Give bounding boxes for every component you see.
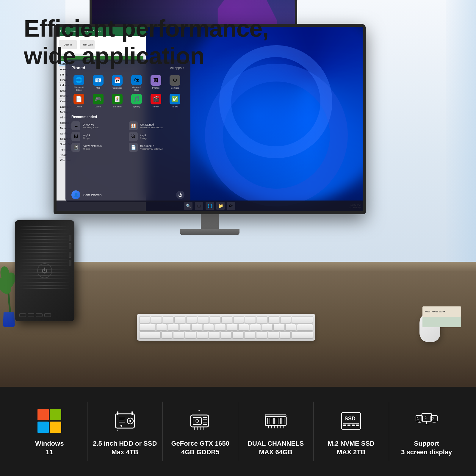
svg-rect-28 [282, 418, 284, 424]
rec-getstarted[interactable]: 🪟 Get Started Welcome to Windows [129, 121, 184, 130]
key [210, 316, 220, 323]
app-store[interactable]: 🛍 Microsoft Store [129, 75, 144, 91]
gpu-icon: + [185, 406, 215, 436]
spec-hdd: + 2.5 inch HDD or SSDMax 4TB [87, 406, 163, 456]
svg-rect-40 [347, 425, 350, 426]
key-enter [297, 324, 313, 331]
taskbar-start[interactable]: ⊞ [195, 202, 203, 210]
key [215, 324, 226, 331]
spec-ssd-label: M.2 NVME SSDMAX 2TB [328, 439, 375, 456]
svg-rect-27 [278, 418, 281, 424]
rec-onedrive[interactable]: ☁ OneDrive Recently added [71, 121, 127, 130]
pc-logo-ring: ⏻ [37, 263, 52, 278]
app-xbox[interactable]: 🎮 Xbox [91, 94, 106, 110]
app-todo[interactable]: ✅ To Do [167, 94, 182, 110]
specs-bar: Windows11 + 2.5 inch [0, 387, 476, 476]
app-office[interactable]: 📄 Office [71, 94, 86, 110]
key [191, 324, 202, 331]
key [250, 324, 261, 331]
svg-point-3 [129, 420, 131, 422]
key [221, 316, 232, 323]
monitor-stand-neck [201, 214, 219, 229]
ssd-icon: SSD [336, 406, 366, 436]
taskbar-store[interactable]: 🛍 [227, 202, 235, 210]
gpu-svg: + [188, 409, 212, 433]
ram-icon [261, 406, 291, 436]
svg-rect-9 [131, 411, 133, 415]
win-quad-blue [37, 422, 49, 433]
pc-usb-4 [44, 313, 51, 317]
book-1-title: HOW THINGS WORK [425, 311, 446, 313]
key [168, 324, 178, 331]
key [173, 331, 184, 338]
recommended-section: Recommended ☁ OneDrive Recently added [71, 115, 184, 152]
ram-svg [264, 409, 288, 433]
key-backspace [292, 316, 313, 323]
books: HOW THINGS WORK [422, 306, 461, 327]
rec-notebook[interactable]: 📓 Sam's Notebook 4h ago [71, 143, 127, 152]
rec-img8[interactable]: 🖼 img8 7h ago [129, 132, 184, 141]
key [197, 331, 208, 338]
svg-rect-12 [193, 417, 201, 425]
app-settings[interactable]: ⚙ Settings [167, 75, 182, 91]
key [139, 316, 150, 323]
key [209, 331, 220, 338]
key-tab [139, 324, 155, 331]
pc-port-1 [69, 235, 71, 241]
svg-text:+: + [117, 429, 118, 432]
key [163, 316, 173, 323]
app-spotify[interactable]: 🎵 Spotify [129, 94, 144, 110]
svg-text:SSD: SSD [345, 416, 356, 422]
key [285, 324, 296, 331]
apps-grid: 🌐 Microsoft Edge 📧 Mail 📅 Calendar [71, 75, 184, 110]
key-row-3 [139, 331, 313, 338]
taskbar-edge[interactable]: 🌐 [206, 202, 214, 210]
rec-img19[interactable]: 🖼 img19 7h ago [71, 132, 127, 141]
pc-port-4 [69, 260, 71, 266]
key [238, 324, 249, 331]
hdd-icon: + [110, 406, 140, 436]
app-mail[interactable]: 📧 Mail [91, 75, 106, 91]
rec-items: ☁ OneDrive Recently added 🪟 Ge [71, 121, 184, 152]
app-netflix[interactable]: 🎬 Netflix [148, 94, 163, 110]
app-edge[interactable]: 🌐 Microsoft Edge [71, 75, 86, 91]
win-quad-red [37, 409, 49, 420]
svg-rect-1 [115, 414, 134, 428]
user-avatar: 👤 [71, 190, 80, 199]
key-row-2 [139, 324, 313, 331]
user-section: 👤 Sam Warren ⏻ [71, 190, 184, 199]
spec-ram: DUAL CHANNELSMAX 64GB [238, 406, 314, 456]
key [280, 316, 291, 323]
taskbar-search[interactable]: 🔍 [184, 202, 192, 210]
key [227, 324, 237, 331]
key [180, 324, 190, 331]
key [273, 324, 284, 331]
pc-usb-1 [19, 313, 26, 317]
taskbar: 🔍 ⊞ 🌐 📁 🛍 [57, 201, 363, 211]
app-photos[interactable]: 🖼 Photos [148, 75, 163, 91]
spec-display: 1 2 3 Support3 screen display [389, 406, 464, 456]
rec-document[interactable]: 📄 Document 1 Yesterday at 8:53 AM [129, 143, 184, 152]
power-button[interactable]: ⏻ [176, 191, 184, 199]
key [221, 331, 232, 338]
key [245, 316, 256, 323]
key [174, 316, 185, 323]
svg-rect-26 [275, 418, 277, 424]
mini-pc: ⏻ [15, 220, 74, 321]
win-quad-yellow [50, 422, 61, 433]
svg-rect-42 [356, 425, 359, 426]
headline-text: Efficient performance, wide application [24, 15, 269, 70]
plant-pot [3, 312, 15, 327]
book-2 [422, 317, 461, 327]
page-wrapper: Efficient performance, wide application [0, 0, 476, 476]
headline-line1: Efficient performance, [24, 15, 269, 42]
svg-text:+: + [198, 409, 200, 412]
app-solitaire[interactable]: 🃏 Solitaire [110, 94, 125, 110]
spec-hdd-label: 2.5 inch HDD or SSDMax 4TB [93, 439, 157, 456]
svg-point-21 [196, 419, 199, 422]
key [151, 316, 162, 323]
taskbar-folder[interactable]: 📁 [216, 202, 225, 210]
key [203, 324, 214, 331]
app-calendar[interactable]: 📅 Calendar [110, 75, 125, 91]
svg-point-7 [120, 425, 122, 427]
